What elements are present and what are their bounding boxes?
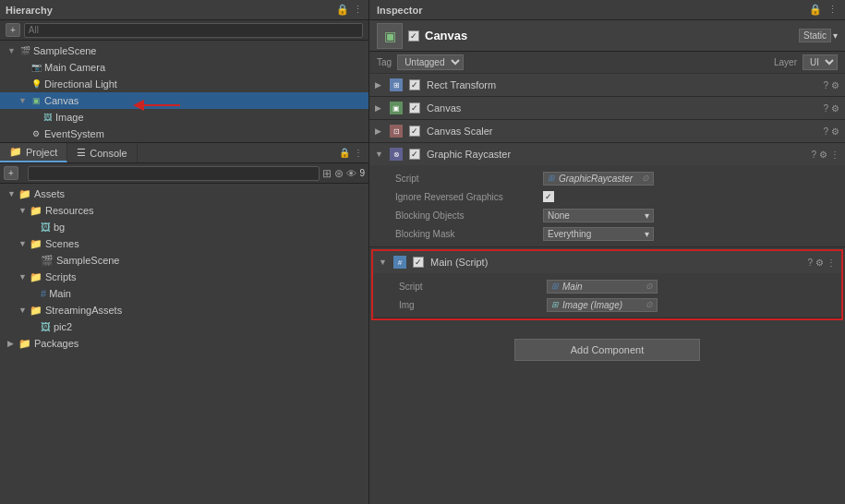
component-canvas-header[interactable]: ▶ ▣ Canvas ? ⚙ — [369, 97, 845, 119]
prop-value-blocking-objects[interactable]: None ▾ — [543, 209, 654, 222]
canvas-comp-settings-icon[interactable]: ⚙ — [831, 103, 839, 114]
prop-row-ignore-reversed: Ignore Reversed Graphics — [377, 187, 838, 206]
add-component-button[interactable]: Add Component — [514, 339, 701, 361]
prop-value-ignore-reversed[interactable] — [543, 191, 554, 202]
rect-transform-settings-icon[interactable]: ⚙ — [831, 80, 839, 90]
tree-item-image[interactable]: 🖼 Image — [0, 109, 368, 126]
component-raycaster-header[interactable]: ▼ ⊗ Graphic Raycaster ? ⚙ ⋮ — [369, 143, 845, 165]
main-script-settings-icon[interactable]: ⚙ — [815, 258, 824, 268]
prop-value-blocking-mask[interactable]: Everything ▾ — [543, 227, 654, 241]
main-script-menu-icon[interactable]: ⋮ — [827, 258, 836, 268]
canvas-comp-help-icon[interactable]: ? — [823, 103, 828, 114]
rect-transform-icon: ⊞ — [390, 78, 403, 91]
prop-row-script-raycaster: Script ⊞ GraphicRaycaster ⊙ — [377, 169, 838, 187]
main-script-help-icon[interactable]: ? — [807, 258, 813, 268]
project-item-scripts[interactable]: ▼ 📁 Scripts — [0, 269, 368, 285]
project-item-bg[interactable]: 🖼 bg — [0, 219, 368, 235]
raycaster-settings-icon[interactable]: ⚙ — [819, 150, 827, 160]
project-item-samplescene-asset[interactable]: 🎬 SampleScene — [0, 252, 368, 269]
static-dropdown-arrow[interactable]: ▾ — [833, 30, 838, 41]
project-tab-icon: 📁 — [9, 146, 22, 158]
script-raycaster-value: GraphicRaycaster — [559, 174, 633, 184]
camera-icon: 📷 — [30, 61, 42, 74]
tree-label-main-camera: Main Camera — [44, 62, 105, 73]
tab-project[interactable]: 📁 Project — [0, 143, 67, 162]
tree-item-directional-light[interactable]: 💡 Directional Light — [0, 76, 368, 92]
layer-select[interactable]: UI — [803, 54, 838, 70]
project-item-streaming-assets[interactable]: ▼ 📁 StreamingAssets — [0, 302, 368, 318]
project-menu-icon[interactable]: ⋮ — [354, 148, 363, 158]
raycaster-menu-icon[interactable]: ⋮ — [830, 150, 839, 160]
inspector-title: Inspector — [377, 5, 803, 16]
script-raycaster-link: ⊙ — [642, 174, 649, 183]
light-icon: 💡 — [30, 78, 42, 90]
tree-arrow-canvas: ▼ — [18, 96, 30, 105]
project-item-resources[interactable]: ▼ 📁 Resources — [0, 202, 368, 219]
project-add-button[interactable]: + — [4, 166, 18, 180]
project-item-scenes[interactable]: ▼ 📁 Scenes — [0, 235, 368, 252]
scenes-folder-icon: 📁 — [30, 238, 42, 250]
component-rect-transform-header[interactable]: ▶ ⊞ Rect Transform ? ⚙ — [369, 74, 845, 96]
project-view-icon[interactable]: ⊞ — [322, 167, 332, 180]
scene-icon: 🎬 — [18, 44, 31, 57]
console-tab-icon: ☰ — [77, 147, 86, 159]
add-component-container: Add Component — [369, 322, 845, 378]
canvas-comp-arrow: ▶ — [375, 103, 386, 113]
tree-item-event-system[interactable]: ⚙ EventSystem — [0, 126, 368, 142]
tree-item-canvas[interactable]: ▼ ▣ Canvas — [0, 92, 368, 109]
prop-value-script-raycaster[interactable]: ⊞ GraphicRaycaster ⊙ — [543, 172, 654, 186]
assets-arrow: ▼ — [7, 189, 18, 198]
project-item-assets[interactable]: ▼ 📁 Assets — [0, 186, 368, 202]
tab-console[interactable]: ☰ Console — [67, 143, 137, 162]
main-script-highlight-box: ▼ # Main (Script) ? ⚙ ⋮ — [371, 249, 843, 320]
inspector-object-bar: ▣ Canvas Static ▾ — [369, 20, 845, 52]
component-main-script-header[interactable]: ▼ # Main (Script) ? ⚙ ⋮ — [373, 251, 841, 273]
project-eye-icon[interactable]: 👁 — [346, 168, 356, 179]
tree-item-main-camera[interactable]: 📷 Main Camera — [0, 59, 368, 76]
tag-select[interactable]: Untagged — [397, 54, 464, 70]
canvas-icon: ▣ — [30, 94, 42, 107]
tree-label-directional-light: Directional Light — [44, 78, 117, 90]
inspector-menu-icon[interactable]: ⋮ — [827, 4, 838, 16]
hierarchy-search-input[interactable] — [24, 23, 363, 38]
prop-value-main-script[interactable]: ⊞ Main ⊙ — [547, 280, 658, 294]
packages-arrow: ▶ — [7, 339, 18, 348]
scaler-settings-icon[interactable]: ⚙ — [831, 126, 839, 137]
project-header-right: 🔒 ⋮ — [138, 143, 368, 162]
inspector-header: Inspector 🔒 ⋮ — [369, 0, 845, 20]
project-item-packages[interactable]: ▶ 📁 Packages — [0, 335, 368, 352]
raycaster-help-icon[interactable]: ? — [811, 150, 816, 160]
object-active-checkbox[interactable] — [408, 30, 419, 42]
raycaster-checkbox[interactable] — [409, 149, 420, 160]
static-badge[interactable]: Static — [799, 29, 831, 42]
project-label-assets: Assets — [34, 188, 65, 199]
project-lock-icon[interactable]: 🔒 — [339, 148, 350, 158]
scaler-help-icon[interactable]: ? — [823, 126, 828, 137]
prop-value-img[interactable]: ⊞ Image (Image) ⊙ — [547, 298, 658, 312]
project-item-main-script[interactable]: # Main — [0, 285, 368, 302]
main-script-checkbox[interactable] — [413, 257, 424, 268]
scenes-arrow: ▼ — [18, 239, 30, 248]
prop-row-blocking-mask: Blocking Mask Everything ▾ — [377, 224, 838, 243]
inspector-lock-icon[interactable]: 🔒 — [809, 4, 822, 16]
scaler-title: Canvas Scaler — [427, 126, 819, 137]
scaler-checkbox[interactable] — [409, 126, 420, 137]
blocking-objects-arrow: ▾ — [645, 210, 649, 221]
project-item-pic2[interactable]: 🖼 pic2 — [0, 318, 368, 335]
rect-transform-checkbox[interactable] — [409, 79, 420, 90]
hierarchy-menu-icon[interactable]: ⋮ — [353, 4, 363, 16]
component-scaler-header[interactable]: ▶ ⊡ Canvas Scaler ? ⚙ — [369, 120, 845, 142]
inspector-scroll: ▶ ⊞ Rect Transform ? ⚙ ▶ ▣ Canvas — [369, 74, 845, 504]
project-search-input[interactable] — [28, 166, 320, 181]
project-tab-label: Project — [26, 147, 57, 158]
samplescene-asset-icon: 🎬 — [41, 255, 54, 267]
raycaster-help-icons: ? ⚙ ⋮ — [811, 150, 839, 160]
project-filter-icon[interactable]: ⊛ — [334, 167, 344, 180]
left-side: Hierarchy 🔒 ⋮ + ▼ 🎬 SampleScene — [0, 0, 369, 504]
hierarchy-add-button[interactable]: + — [6, 23, 20, 37]
canvas-comp-checkbox[interactable] — [409, 102, 420, 114]
scaler-arrow: ▶ — [375, 126, 386, 136]
tree-item-sample-scene[interactable]: ▼ 🎬 SampleScene — [0, 42, 368, 59]
prop-label-blocking-objects: Blocking Objects — [377, 210, 543, 221]
rect-transform-help-icon[interactable]: ? — [823, 80, 828, 90]
